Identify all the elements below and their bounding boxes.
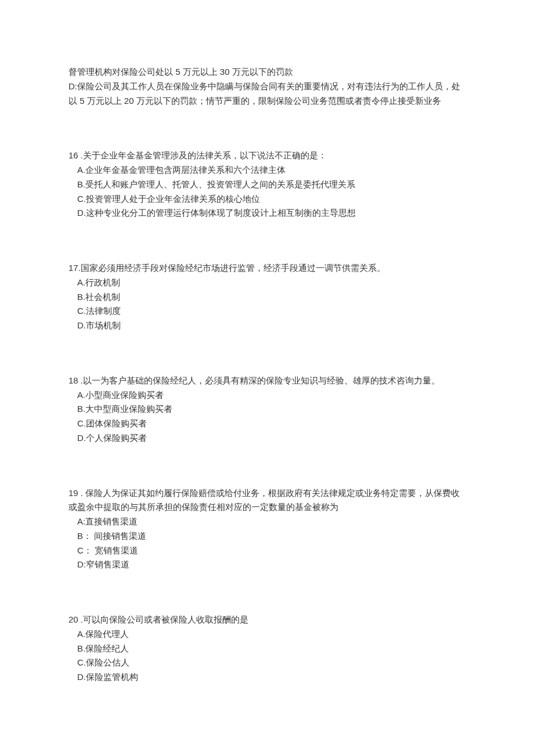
q18-option-b: B.大中型商业保险购买者 [68, 402, 466, 417]
q20-option-b: B.保险经纪人 [68, 642, 466, 656]
q17-option-a: A.行政机制 [68, 276, 466, 290]
q16-option-c: C.投资管理人处于企业年金法律关系的核心地位 [68, 192, 466, 207]
question-18: 18 .以一为客户基础的保险经纪人，必须具有精深的保险专业知识与经验、雄厚的技术… [68, 374, 466, 446]
question-20: 20 .可以向保险公司或者被保险人收取报酬的是 A.保险代理人 B.保险经纪人 … [68, 613, 466, 685]
q15-option-d: D:保险公司及其工作人员在保险业务中隐瞒与保险合同有关的重要情况，对有违法行为的… [68, 79, 466, 108]
q17-option-c: C.法律制度 [68, 304, 466, 319]
q17-option-d: D.市场机制 [68, 319, 466, 333]
q16-option-b: B.受托人和账户管理人、托管人、投资管理人之间的关系是委托代理关系 [68, 178, 466, 192]
question-16: 16 .关于企业年金基金管理涉及的法律关系，以下说法不正确的是： A.企业年金基… [68, 149, 466, 220]
q16-option-a: A.企业年金基金管理包含两层法律关系和六个法律主体 [68, 163, 466, 178]
q15-cont-line: 督管理机构对保险公司处以 5 万元以上 30 万元以下的罚款 [68, 65, 466, 79]
q17-option-b: B.社会机制 [68, 290, 466, 305]
q17-stem: 17.国家必须用经济手段对保险经纪市场进行监管，经济手段通过一调节供需关系。 [68, 261, 466, 276]
q20-option-a: A.保险代理人 [68, 627, 466, 642]
q18-stem: 18 .以一为客户基础的保险经纪人，必须具有精深的保险专业知识与经验、雄厚的技术… [68, 374, 466, 388]
q19-stem: 19 . 保险人为保证其如约履行保险赔偿或给付业务，根据政府有关法律规定或业务特… [68, 486, 466, 515]
question-15-partial: 督管理机构对保险公司处以 5 万元以上 30 万元以下的罚款 D:保险公司及其工… [68, 65, 466, 108]
q20-option-c: C.保险公估人 [68, 656, 466, 670]
q19-option-a: A:直接销售渠道 [68, 515, 466, 529]
q19-option-d: D:窄销售渠道 [68, 558, 466, 572]
q20-option-d: D.保险监管机构 [68, 670, 466, 685]
q18-option-c: C.团体保险购买者 [68, 417, 466, 431]
question-17: 17.国家必须用经济手段对保险经纪市场进行监管，经济手段通过一调节供需关系。 A… [68, 261, 466, 333]
q18-option-a: A.小型商业保险购买者 [68, 388, 466, 403]
q19-option-b: B： 间接销售渠道 [68, 529, 466, 544]
q16-option-d: D.这种专业化分工的管理运行体制体现了制度设计上相互制衡的主导思想 [68, 206, 466, 220]
q20-stem: 20 .可以向保险公司或者被保险人收取报酬的是 [68, 613, 466, 627]
question-19: 19 . 保险人为保证其如约履行保险赔偿或给付业务，根据政府有关法律规定或业务特… [68, 486, 466, 573]
q18-option-d: D.个人保险购买者 [68, 431, 466, 446]
q16-stem: 16 .关于企业年金基金管理涉及的法律关系，以下说法不正确的是： [68, 149, 466, 163]
q19-option-c: C： 宽销售渠道 [68, 544, 466, 558]
